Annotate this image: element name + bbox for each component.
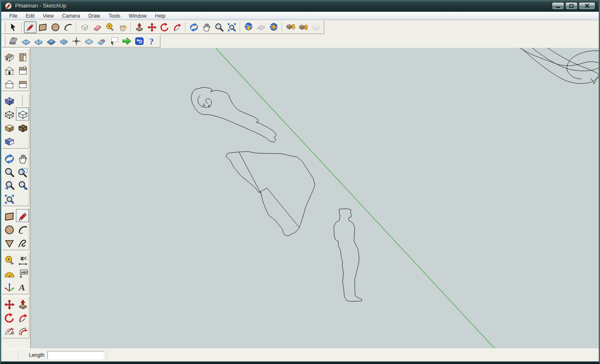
freehand-tool-button[interactable] bbox=[16, 236, 29, 249]
move-tool-side-button[interactable] bbox=[3, 297, 16, 310]
freeform-spiral-tails[interactable] bbox=[203, 103, 211, 107]
push-pull-side-button[interactable] bbox=[16, 297, 29, 310]
rectangle-tool-side-button[interactable] bbox=[3, 209, 16, 222]
menu-help[interactable]: Help bbox=[151, 12, 169, 20]
pan-tool-side-button[interactable] bbox=[16, 152, 29, 165]
view-left-button[interactable] bbox=[3, 77, 16, 90]
push-pull-tool-button[interactable] bbox=[133, 21, 146, 33]
corner-sketch-1[interactable] bbox=[512, 48, 599, 65]
style-shaded-button[interactable] bbox=[3, 121, 16, 134]
tape-measure-side-button[interactable] bbox=[3, 253, 16, 266]
view-iso-button[interactable] bbox=[3, 50, 16, 63]
polygon-outline[interactable] bbox=[226, 152, 315, 236]
axes-tool-button[interactable] bbox=[3, 280, 16, 293]
polygon-tool-button[interactable] bbox=[3, 236, 16, 249]
tape-measure-tool-button[interactable] bbox=[104, 21, 116, 33]
menu-window[interactable]: Window bbox=[125, 12, 151, 20]
view-front-button[interactable] bbox=[3, 63, 16, 76]
phlat-go-button[interactable] bbox=[121, 35, 133, 47]
protractor-tool-button[interactable] bbox=[3, 267, 16, 280]
toolbar-grip[interactable] bbox=[4, 37, 6, 46]
follow-me-side-button[interactable] bbox=[16, 311, 29, 324]
phlat-help-button[interactable]: ? bbox=[146, 35, 158, 47]
circle-tool-button[interactable] bbox=[49, 21, 62, 33]
phlat-pb-eraser-button[interactable]: PB bbox=[95, 35, 108, 47]
move-tool-button[interactable] bbox=[146, 21, 158, 33]
corner-sketch-4[interactable] bbox=[567, 51, 599, 79]
text-tool-button[interactable]: ABC bbox=[16, 267, 29, 280]
menu-view[interactable]: View bbox=[39, 12, 58, 20]
view-right-button[interactable] bbox=[16, 50, 29, 63]
style-hidden-line-button[interactable] bbox=[16, 107, 29, 120]
view-back-button[interactable] bbox=[16, 77, 29, 90]
get-current-view-button[interactable] bbox=[242, 21, 255, 33]
phlat-edit-button[interactable] bbox=[45, 35, 58, 47]
freeform-outline-wing[interactable] bbox=[191, 87, 276, 142]
share-models-button[interactable] bbox=[297, 21, 309, 33]
toggle-terrain-button[interactable] bbox=[255, 21, 267, 33]
dimension-tool-button[interactable] bbox=[16, 253, 29, 266]
arc-tool-side-button[interactable] bbox=[16, 223, 29, 236]
style-monochrome-button[interactable] bbox=[3, 134, 16, 147]
rotate-tool-side-button[interactable] bbox=[3, 311, 16, 324]
follow-me-tool-button[interactable] bbox=[171, 21, 183, 33]
polygon-inner-line-1[interactable] bbox=[239, 152, 262, 195]
phlat-mail-button[interactable] bbox=[83, 35, 95, 47]
minimize-button[interactable] bbox=[552, 2, 564, 10]
orbit-tool-side-button[interactable] bbox=[3, 152, 16, 165]
style-xray-button[interactable] bbox=[3, 94, 16, 107]
line-tool-side-button[interactable] bbox=[16, 209, 29, 222]
phlat-centerpoint-button[interactable] bbox=[70, 35, 83, 47]
polygon-inner-connector[interactable] bbox=[259, 188, 267, 192]
scale-tool-button[interactable] bbox=[3, 324, 16, 337]
zoom-extents-side-button[interactable] bbox=[3, 192, 16, 205]
view-top-button[interactable] bbox=[16, 63, 29, 76]
zoom-window-button[interactable] bbox=[16, 165, 29, 178]
cubemono-icon bbox=[4, 136, 14, 146]
phlat-marquee-button[interactable] bbox=[108, 35, 121, 47]
menu-edit[interactable]: Edit bbox=[22, 12, 38, 20]
length-input[interactable] bbox=[47, 351, 104, 359]
green-axis-line[interactable] bbox=[216, 48, 495, 348]
orbit-tool-button[interactable] bbox=[188, 21, 200, 33]
menu-draw[interactable]: Draw bbox=[85, 12, 104, 20]
make-component-button[interactable] bbox=[79, 21, 91, 33]
paint-bucket-tool-button[interactable] bbox=[116, 21, 129, 33]
phlat-open-button[interactable] bbox=[7, 35, 20, 47]
housegray-icon bbox=[311, 22, 321, 32]
menu-tools[interactable]: Tools bbox=[105, 12, 124, 20]
rotate-tool-button[interactable] bbox=[158, 21, 171, 33]
arc-tool-button[interactable] bbox=[62, 21, 74, 33]
cubexray-icon bbox=[4, 96, 14, 106]
place-model-button[interactable] bbox=[267, 21, 280, 33]
threed-text-tool-button[interactable]: A bbox=[16, 280, 29, 293]
menu-camera[interactable]: Camera bbox=[58, 12, 84, 20]
toolbar-grip[interactable] bbox=[4, 23, 6, 32]
menu-file[interactable]: File bbox=[5, 12, 21, 20]
style-textured-button[interactable] bbox=[16, 121, 29, 134]
close-button[interactable] bbox=[579, 2, 595, 10]
phlat-part-b-button[interactable] bbox=[32, 35, 45, 47]
phlat-part-a-button[interactable] bbox=[20, 35, 32, 47]
polygon-inner-line-2[interactable] bbox=[267, 188, 299, 228]
phlatboyz-logo-button[interactable]: D bbox=[133, 35, 146, 47]
zoom-tool-side-button[interactable] bbox=[3, 165, 16, 178]
zoom-next-button[interactable] bbox=[16, 178, 29, 191]
phlat-stack-button[interactable] bbox=[58, 35, 70, 47]
offset-tool-button[interactable] bbox=[16, 324, 29, 337]
rectangle-tool-button[interactable] bbox=[37, 21, 49, 33]
circle-tool-side-button[interactable] bbox=[3, 223, 16, 236]
person-silhouette[interactable] bbox=[334, 209, 362, 301]
get-models-button[interactable] bbox=[284, 21, 297, 33]
drawing-canvas[interactable] bbox=[31, 48, 599, 348]
line-tool-button[interactable] bbox=[24, 21, 37, 33]
select-tool-button[interactable] bbox=[7, 21, 20, 33]
zoom-tool-button[interactable] bbox=[213, 21, 225, 33]
zoom-extents-button[interactable] bbox=[225, 21, 238, 33]
eraser-tool-button[interactable] bbox=[91, 21, 104, 33]
pan-tool-button[interactable] bbox=[200, 21, 213, 33]
maximize-button[interactable] bbox=[565, 2, 578, 10]
corner-sketch-6[interactable] bbox=[591, 78, 599, 84]
zoom-previous-button[interactable] bbox=[3, 178, 16, 191]
style-wireframe-button[interactable] bbox=[3, 107, 16, 120]
